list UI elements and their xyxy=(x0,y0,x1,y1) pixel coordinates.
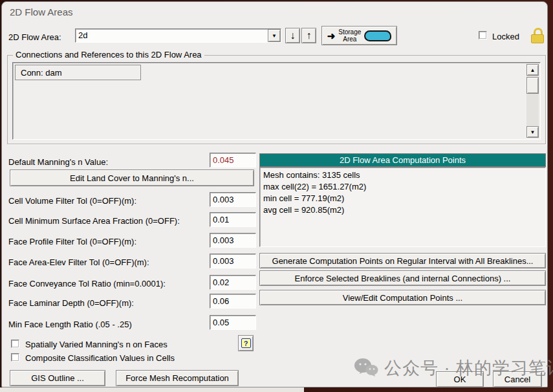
computation-points-header: 2D Flow Area Computation Points xyxy=(259,153,546,167)
connections-groupbox: Connections and References to this 2D Fl… xyxy=(7,55,546,144)
manning-value-field[interactable]: 0.045 xyxy=(210,153,256,168)
scroll-up-icon: ▲ xyxy=(530,67,536,73)
cancel-button[interactable]: Cancel xyxy=(493,371,542,387)
mesh-info-line: min cell = 777.19(m2) xyxy=(263,193,542,204)
locked-label: Locked xyxy=(492,32,519,41)
up-arrow-icon: ↑ xyxy=(307,30,312,41)
storage-area-button[interactable]: ➜ Storage Area xyxy=(321,26,397,45)
scroll-down-button[interactable]: ▼ xyxy=(526,126,539,138)
previous-area-button[interactable]: ↓ xyxy=(285,28,300,43)
locked-checkbox[interactable] xyxy=(479,31,487,39)
view-edit-computation-points-button[interactable]: View/Edit Computation Points ... xyxy=(259,290,546,305)
cell-min-surface-label: Cell Minimum Surface Area Fraction (0=OF… xyxy=(8,216,180,226)
face-conveyance-label: Face Conveyance Tol Ratio (min=0.0001): xyxy=(8,279,166,289)
padlock-body xyxy=(531,34,544,43)
mesh-info-box: Mesh contains: 3135 cells max cell(22) =… xyxy=(259,167,546,247)
scroll-down-icon: ▼ xyxy=(530,129,536,135)
padlock-icon xyxy=(531,28,545,45)
title-bar[interactable]: 2D Flow Areas xyxy=(2,2,547,21)
face-area-elev-field[interactable]: 0.003 xyxy=(210,254,256,268)
spatially-varied-checkbox[interactable] xyxy=(11,340,19,348)
storage-area-icon xyxy=(364,30,391,41)
scroll-up-button[interactable]: ▲ xyxy=(526,64,539,76)
mesh-info-line: avg cell = 920.85(m2) xyxy=(263,204,542,216)
face-area-elev-label: Face Area-Elev Filter Tol (0=OFF)(m): xyxy=(8,257,149,267)
combo-dropdown-button[interactable]: ▼ xyxy=(268,29,281,42)
scrollbar-thumb[interactable] xyxy=(526,77,539,94)
screen-backdrop: 2D Flow Areas 2D Flow Area: 2d ▼ ↓ ↑ ➜ S… xyxy=(0,0,553,392)
storage-area-button-label: Storage Area xyxy=(338,28,361,43)
cell-volume-filter-label: Cell Volume Filter Tol (0=OFF)(m): xyxy=(8,196,136,206)
min-face-length-field[interactable]: 0.05 xyxy=(210,315,256,330)
down-arrow-icon: ↓ xyxy=(290,30,296,41)
chevron-down-icon: ▼ xyxy=(272,33,277,39)
connection-list-item[interactable]: Conn: dam xyxy=(15,65,141,80)
cell-min-surface-field[interactable]: 0.01 xyxy=(210,212,256,227)
face-profile-filter-field[interactable]: 0.003 xyxy=(210,233,256,248)
face-profile-filter-label: Face Profile Filter Tol (0=OFF)(m): xyxy=(8,237,136,246)
generate-computation-points-button[interactable]: Generate Computation Points on Regular I… xyxy=(259,253,546,268)
enforce-breaklines-button[interactable]: Enforce Selected Breaklines (and interna… xyxy=(259,270,546,286)
help-icon: ? xyxy=(241,338,251,348)
force-mesh-recomputation-button[interactable]: Force Mesh Recomputation xyxy=(116,370,239,386)
next-area-button[interactable]: ↑ xyxy=(301,28,316,43)
ok-button[interactable]: OK xyxy=(436,371,484,387)
window-title: 2D Flow Areas xyxy=(10,6,73,17)
face-laminar-depth-field[interactable]: 0.06 xyxy=(210,294,256,309)
composite-classification-checkbox[interactable] xyxy=(11,353,19,362)
mesh-info-line: Mesh contains: 3135 cells xyxy=(263,169,542,181)
flow-area-value: 2d xyxy=(76,29,268,42)
storage-label-line1: Storage xyxy=(338,28,361,36)
background-window-strip xyxy=(0,387,304,392)
flow-area-label: 2D Flow Area: xyxy=(8,32,61,42)
connections-group-title: Connections and References to this 2D Fl… xyxy=(13,50,204,60)
right-arrow-icon: ➜ xyxy=(327,31,336,41)
min-face-length-label: Min Face Length Ratio (.05 - .25) xyxy=(8,320,132,329)
help-button[interactable]: ? xyxy=(238,335,254,351)
connections-list[interactable]: Conn: dam ▲ ▼ xyxy=(12,62,541,140)
composite-classification-label: Composite Classification Values in Cells xyxy=(25,353,175,363)
spatially-varied-label: Spatially Varied Manning's n on Faces xyxy=(25,340,168,349)
cell-volume-filter-field[interactable]: 0.003 xyxy=(210,192,256,207)
edit-land-cover-button[interactable]: Edit Land Cover to Manning's n... xyxy=(10,169,254,186)
gis-outline-button[interactable]: GIS Outline ... xyxy=(10,370,105,386)
connections-scrollbar[interactable]: ▲ ▼ xyxy=(526,64,539,138)
manning-label: Default Manning's n Value: xyxy=(8,157,108,167)
2d-flow-areas-dialog: 2D Flow Areas 2D Flow Area: 2d ▼ ↓ ↑ ➜ S… xyxy=(1,1,548,387)
storage-label-line2: Area xyxy=(343,36,356,43)
flow-area-combobox[interactable]: 2d ▼ xyxy=(75,28,281,43)
mesh-info-line: max cell(22) = 1651.27(m2) xyxy=(263,181,542,193)
face-conveyance-field[interactable]: 0.02 xyxy=(210,275,256,290)
face-laminar-depth-label: Face Laminar Depth (0=OFF)(m): xyxy=(8,298,134,308)
